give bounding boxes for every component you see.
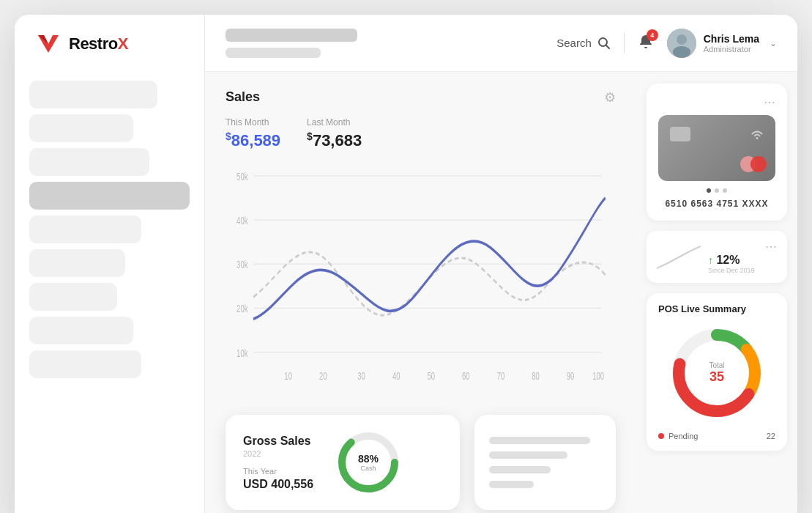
card-number: 6510 6563 4751 XXXX (658, 199, 775, 209)
credit-card-visual (658, 115, 775, 181)
sidebar-item-5[interactable] (29, 215, 141, 243)
avatar (667, 29, 696, 58)
pending-dot (658, 433, 664, 439)
card-wifi-icon (750, 127, 764, 143)
svg-text:70: 70 (497, 370, 505, 383)
app-container: RestroX Search (15, 15, 797, 513)
chevron-down-icon[interactable]: ⌄ (770, 38, 777, 48)
card-dots-indicator (658, 188, 775, 193)
sidebar-item-8[interactable] (29, 317, 133, 344)
bars-card (474, 415, 616, 510)
last-month-value: $73,683 (307, 130, 362, 150)
gross-sales-card: Gross Sales 2022 This Year USD 400,556 (226, 415, 460, 510)
gross-label: This Year (243, 467, 313, 476)
mini-stat-card: ⋯ ↑ 12% Since Dec 2019 (647, 231, 787, 283)
last-month-label: Last Month (307, 117, 362, 128)
sidebar-nav (15, 73, 204, 513)
this-month-label: This Month (226, 117, 280, 128)
header-bar-2 (226, 48, 321, 58)
sidebar-item-7[interactable] (29, 283, 117, 311)
sidebar-item-2[interactable] (29, 114, 133, 142)
logo-icon (35, 31, 62, 57)
gross-donut-label: 88% Cash (358, 453, 379, 472)
gross-value: USD 400,556 (243, 478, 313, 491)
sidebar-item-3[interactable] (29, 148, 149, 176)
chart-area: 50k 40k 30k 20k 10k 10 20 30 40 50 60 70… (226, 165, 616, 407)
pos-card: POS Live Summary (647, 293, 787, 451)
svg-text:50k: 50k (236, 171, 248, 183)
mini-dots[interactable]: ⋯ (708, 240, 777, 254)
bar-2 (489, 451, 567, 459)
mini-three-dots-icon[interactable]: ⋯ (765, 240, 777, 254)
bar-1 (489, 437, 590, 444)
gross-percent: 88% (358, 453, 379, 465)
header-bar-1 (226, 29, 357, 42)
sidebar: RestroX (15, 15, 205, 513)
card-chip (670, 127, 690, 141)
pos-total-label: Total (709, 361, 724, 369)
search-icon (597, 37, 611, 50)
pos-donut-container: Total 35 (658, 322, 775, 424)
dot-3 (723, 188, 727, 193)
svg-text:40k: 40k (236, 215, 248, 227)
logo-text: RestroX (69, 34, 128, 53)
search-area[interactable]: Search (556, 37, 611, 50)
svg-text:90: 90 (567, 370, 575, 383)
svg-text:10k: 10k (236, 347, 248, 360)
svg-text:20k: 20k (236, 303, 248, 316)
header-right: Search 4 (556, 29, 777, 58)
bar-4 (489, 481, 534, 488)
svg-line-3 (606, 45, 609, 48)
sidebar-item-1[interactable] (29, 81, 157, 108)
mini-card-content: ⋯ ↑ 12% Since Dec 2019 (708, 240, 777, 274)
header: Search 4 (205, 15, 797, 72)
gross-title: Gross Sales (243, 435, 313, 448)
svg-text:30k: 30k (236, 259, 248, 271)
svg-text:100: 100 (592, 370, 604, 383)
sidebar-item-6[interactable] (29, 249, 125, 277)
gear-icon[interactable]: ⚙ (604, 89, 616, 106)
body-area: Sales ⚙ This Month $86,589 Last Month $7… (205, 72, 797, 513)
header-left (226, 29, 357, 58)
svg-text:80: 80 (532, 370, 540, 383)
mini-percent: ↑ 12% (708, 254, 777, 267)
this-month-stat: This Month $86,589 (226, 117, 280, 150)
notification-bell[interactable]: 4 (638, 34, 654, 53)
mini-chart (657, 243, 701, 272)
svg-text:50: 50 (427, 370, 435, 383)
pos-total-value: 35 (709, 369, 724, 385)
credit-card-widget: ⋯ (647, 84, 787, 221)
pending-label: Pending (668, 432, 698, 440)
search-label: Search (556, 37, 592, 49)
dollar-sign-1: $ (226, 130, 231, 142)
svg-point-29 (756, 137, 759, 139)
card-logo-circle2 (750, 156, 767, 172)
notification-badge: 4 (647, 29, 658, 41)
sidebar-item-9[interactable] (29, 350, 141, 378)
header-divider (624, 33, 625, 53)
user-area[interactable]: Chris Lema Administrator ⌄ (667, 29, 777, 58)
svg-text:40: 40 (392, 370, 401, 383)
sales-chart: 50k 40k 30k 20k 10k 10 20 30 40 50 60 70… (226, 165, 616, 407)
dollar-sign-2: $ (307, 130, 313, 142)
sales-section: Sales ⚙ This Month $86,589 Last Month $7… (205, 72, 636, 513)
card-dots: ⋯ (658, 95, 775, 109)
main-content: Search 4 (205, 15, 797, 513)
sales-header: Sales ⚙ (226, 89, 616, 106)
user-role: Administrator (704, 45, 759, 53)
pos-title: POS Live Summary (658, 303, 775, 314)
mini-chart-svg (657, 243, 701, 272)
sidebar-item-4-active[interactable] (29, 182, 190, 210)
gross-donut: 88% Cash (335, 429, 401, 495)
pos-donut-label: Total 35 (709, 361, 724, 385)
pending-value: 22 (767, 432, 775, 440)
svg-text:20: 20 (319, 370, 327, 383)
logo-area: RestroX (15, 15, 204, 73)
svg-text:60: 60 (462, 370, 470, 383)
dot-1 (707, 188, 711, 193)
arrow-up-icon: ↑ (708, 254, 713, 266)
legend-pending-left: Pending (658, 432, 698, 440)
bar-3 (489, 466, 551, 473)
three-dots-icon[interactable]: ⋯ (764, 95, 775, 109)
svg-text:30: 30 (357, 370, 365, 383)
